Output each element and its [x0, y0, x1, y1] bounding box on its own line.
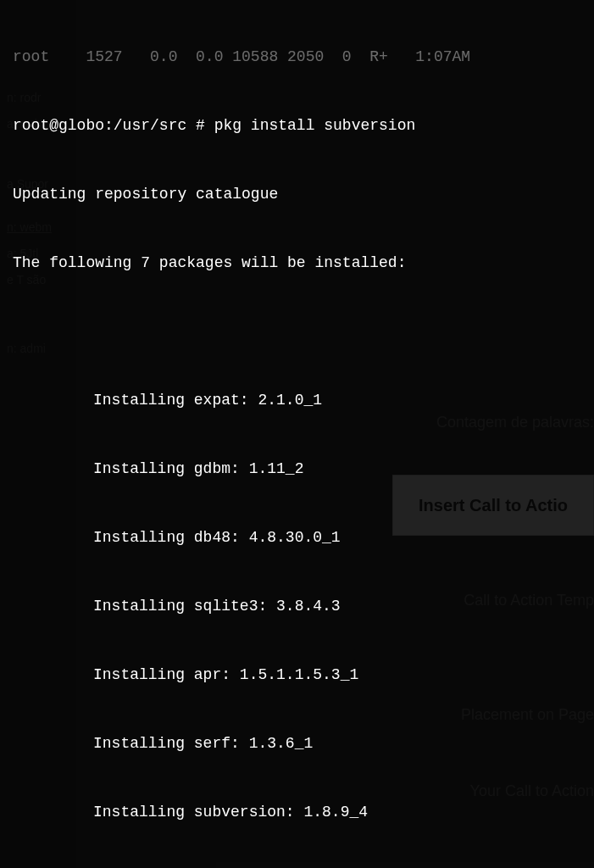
terminal-install-item: Installing apr: 1.5.1.1.5.3_1 — [13, 664, 581, 687]
terminal-install-item: Installing sqlite3: 3.8.4.3 — [13, 595, 581, 618]
terminal-prompt-line: root@globo:/usr/src # pkg install subver… — [13, 114, 581, 137]
terminal-install-item: Installing expat: 2.1.0_1 — [13, 389, 581, 412]
terminal-blank — [13, 320, 581, 343]
terminal-install-item: Installing gdbm: 1.11_2 — [13, 458, 581, 481]
terminal-output: Updating repository catalogue — [13, 183, 581, 206]
terminal-window[interactable]: root 1527 0.0 0.0 10588 2050 0 R+ 1:07AM… — [0, 0, 594, 868]
terminal-top-fragment: root 1527 0.0 0.0 10588 2050 0 R+ 1:07AM — [13, 46, 581, 69]
terminal-install-item: Installing db48: 4.8.30.0_1 — [13, 526, 581, 549]
terminal-install-item: Installing subversion: 1.8.9_4 — [13, 801, 581, 824]
terminal-install-item: Installing serf: 1.3.6_1 — [13, 732, 581, 755]
terminal-output: The following 7 packages will be install… — [13, 252, 581, 275]
